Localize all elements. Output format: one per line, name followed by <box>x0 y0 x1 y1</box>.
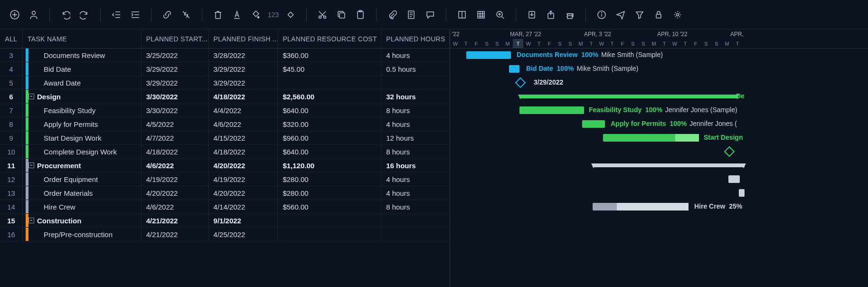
table-row[interactable]: 7Feasibility Study3/30/20224/4/2022$640.… <box>0 104 450 117</box>
task-cell[interactable]: Prep/Pre-construction <box>23 228 142 241</box>
table-row[interactable]: 13Order Materials4/20/20224/20/2022$280.… <box>0 186 450 200</box>
table-row[interactable]: 15−Construction4/21/20229/1/2022 <box>0 214 450 228</box>
cost-cell[interactable] <box>278 76 381 89</box>
task-cell[interactable]: Complete Design Work <box>23 145 142 158</box>
row-index[interactable]: 13 <box>0 186 23 200</box>
cost-cell[interactable]: $280.00 <box>278 172 381 186</box>
cost-cell[interactable]: $640.00 <box>278 145 381 158</box>
cost-cell[interactable]: $45.00 <box>278 62 381 76</box>
row-index[interactable]: 5 <box>0 76 23 89</box>
finish-cell[interactable]: 4/25/2022 <box>209 228 278 241</box>
row-index[interactable]: 15 <box>0 214 23 227</box>
cost-cell[interactable] <box>278 214 381 227</box>
task-cell[interactable]: Feasibility Study <box>23 104 142 117</box>
summary-bar[interactable] <box>519 95 738 98</box>
grid-icon[interactable] <box>473 7 489 23</box>
start-cell[interactable]: 4/5/2022 <box>142 117 209 131</box>
hours-cell[interactable]: 12 hours <box>381 131 450 144</box>
row-index[interactable]: 8 <box>0 117 23 131</box>
collapse-toggle[interactable]: − <box>28 218 34 223</box>
hours-cell[interactable]: 4 hours <box>381 172 450 186</box>
gantt-row[interactable]: De <box>450 90 868 104</box>
finish-cell[interactable]: 3/29/2022 <box>209 76 278 89</box>
start-cell[interactable]: 3/29/2022 <box>142 76 209 89</box>
row-index[interactable]: 7 <box>0 104 23 117</box>
task-bar[interactable] <box>603 134 699 142</box>
attachment-icon[interactable] <box>384 7 400 23</box>
cost-cell[interactable]: $560.00 <box>278 200 381 213</box>
milestone-marker[interactable] <box>724 146 735 157</box>
task-cell[interactable]: Order Materials <box>23 186 142 200</box>
user-icon[interactable] <box>26 7 42 23</box>
finish-cell[interactable]: 9/1/2022 <box>209 214 278 227</box>
task-cell[interactable]: −Design <box>23 90 142 103</box>
link-icon[interactable] <box>159 7 175 23</box>
row-index[interactable]: 14 <box>0 200 23 213</box>
header-finish[interactable]: PLANNED FINISH ... <box>209 29 278 48</box>
row-index[interactable]: 4 <box>0 62 23 76</box>
task-bar[interactable] <box>509 65 519 73</box>
export-icon[interactable] <box>543 7 559 23</box>
text-color-icon[interactable] <box>229 7 245 23</box>
start-cell[interactable]: 4/21/2022 <box>142 214 209 227</box>
undo-icon[interactable] <box>57 7 74 23</box>
table-row[interactable]: 3Documents Review3/25/20223/28/2022$360.… <box>0 48 450 62</box>
hours-cell[interactable]: 32 hours <box>381 90 450 103</box>
cost-cell[interactable]: $2,560.00 <box>278 90 381 103</box>
task-bar[interactable] <box>739 189 745 197</box>
table-row[interactable]: 8Apply for Permits4/5/20224/6/2022$320.0… <box>0 117 450 131</box>
hours-cell[interactable] <box>381 214 450 227</box>
finish-cell[interactable]: 3/28/2022 <box>209 48 278 62</box>
start-cell[interactable]: 4/19/2022 <box>142 172 209 186</box>
task-cell[interactable]: Award Date <box>23 76 142 89</box>
table-row[interactable]: 5Award Date3/29/20223/29/2022 <box>0 76 450 90</box>
header-hours[interactable]: PLANNED HOURS <box>381 29 450 48</box>
gantt-row[interactable]: 3/29/2022 <box>450 76 868 90</box>
task-cell[interactable]: Bid Date <box>23 62 142 76</box>
row-index[interactable]: 3 <box>0 48 23 62</box>
task-cell[interactable]: Order Equipment <box>23 172 142 186</box>
cost-cell[interactable]: $360.00 <box>278 48 381 62</box>
gantt-row[interactable]: Feasibility Study 100%Jennifer Jones (Sa… <box>450 104 868 117</box>
comment-icon[interactable] <box>422 7 438 23</box>
finish-cell[interactable]: 4/4/2022 <box>209 104 278 117</box>
gantt-row[interactable] <box>450 186 868 200</box>
print-icon[interactable] <box>562 7 578 23</box>
finish-cell[interactable]: 3/29/2022 <box>209 62 278 76</box>
copy-icon[interactable] <box>333 7 349 23</box>
table-row[interactable]: 10Complete Design Work4/18/20224/18/2022… <box>0 145 450 159</box>
task-bar[interactable] <box>582 120 605 128</box>
table-row[interactable]: 9Start Design Work4/7/20224/15/2022$960.… <box>0 131 450 145</box>
gantt-row[interactable]: Apply for Permits 100%Jennifer Jones ( <box>450 117 868 131</box>
row-index[interactable]: 11 <box>0 159 23 172</box>
start-cell[interactable]: 3/29/2022 <box>142 62 209 76</box>
start-cell[interactable]: 3/30/2022 <box>142 104 209 117</box>
import-icon[interactable] <box>524 7 540 23</box>
table-row[interactable]: 16Prep/Pre-construction4/21/20224/25/202… <box>0 228 450 241</box>
row-index[interactable]: 16 <box>0 228 23 241</box>
task-cell[interactable]: Hire Crew <box>23 200 142 213</box>
finish-cell[interactable]: 4/18/2022 <box>209 90 278 103</box>
header-all[interactable]: ALL <box>0 29 23 48</box>
gantt-row[interactable]: Bid Date 100%Mike Smith (Sample) <box>450 62 868 76</box>
start-cell[interactable]: 3/30/2022 <box>142 90 209 103</box>
task-cell[interactable]: Apply for Permits <box>23 117 142 131</box>
finish-cell[interactable]: 4/14/2022 <box>209 200 278 213</box>
header-start[interactable]: PLANNED START... <box>142 29 209 48</box>
paste-icon[interactable] <box>352 7 368 23</box>
task-cell[interactable]: −Procurement <box>23 159 142 172</box>
finish-cell[interactable]: 4/19/2022 <box>209 172 278 186</box>
lock-icon[interactable] <box>651 7 667 23</box>
finish-cell[interactable]: 4/15/2022 <box>209 131 278 144</box>
start-cell[interactable]: 4/18/2022 <box>142 145 209 158</box>
task-cell[interactable]: Start Design Work <box>23 131 142 144</box>
start-cell[interactable]: 4/20/2022 <box>142 186 209 200</box>
hours-cell[interactable]: 4 hours <box>381 117 450 131</box>
cost-cell[interactable] <box>278 228 381 241</box>
hours-cell[interactable]: 8 hours <box>381 200 450 213</box>
indent-icon[interactable] <box>127 7 143 23</box>
cost-cell[interactable]: $320.00 <box>278 117 381 131</box>
hours-cell[interactable]: 4 hours <box>381 186 450 200</box>
delete-icon[interactable] <box>210 7 226 23</box>
table-row[interactable]: 4Bid Date3/29/20223/29/2022$45.000.5 hou… <box>0 62 450 76</box>
